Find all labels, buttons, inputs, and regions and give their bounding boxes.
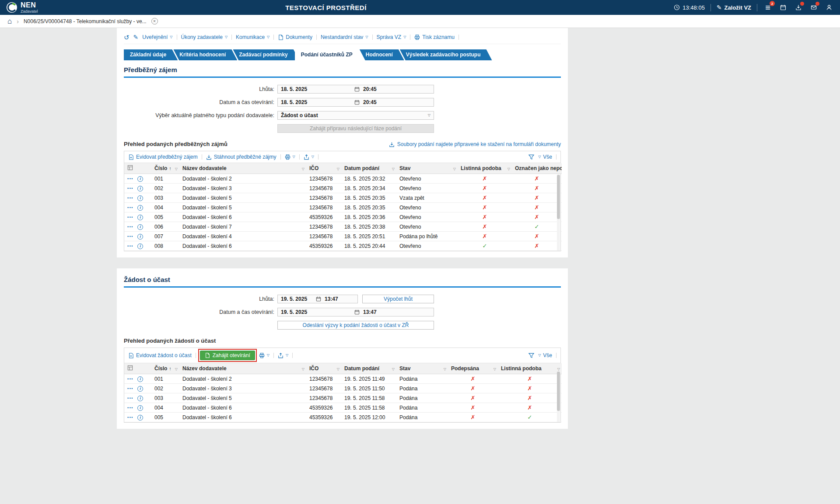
column-filter-icon[interactable] — [392, 365, 395, 372]
column-header-nepodany[interactable]: Označen jako nepodaný — [512, 163, 562, 174]
row-menu-icon[interactable] — [127, 406, 133, 410]
row-info-icon[interactable] — [137, 415, 143, 421]
row-menu-icon[interactable] — [127, 377, 133, 381]
calendar-button[interactable] — [778, 3, 788, 12]
zahajit-pripravu-button[interactable]: Zahájit přípravu následující fáze podání — [277, 124, 434, 133]
table-row[interactable]: 008 Dodavatel - školení 6 45359326 18. 5… — [124, 241, 562, 251]
breadcrumb-item[interactable]: N006/25/V00004748 - Telekomunikační služ… — [24, 18, 147, 24]
column-header-stav[interactable]: Stav — [396, 163, 458, 174]
row-menu-icon[interactable] — [127, 216, 133, 219]
tab-zakladni-udaje[interactable]: Základní údaje — [124, 49, 178, 60]
menu-tisk-zaznamu[interactable]: Tisk záznamu — [414, 34, 455, 40]
column-filter-icon[interactable] — [453, 165, 456, 171]
row-info-icon[interactable] — [137, 405, 143, 411]
row-info-icon[interactable] — [137, 386, 143, 392]
table-row[interactable]: 006 Dodavatel - školení 7 12345678 18. 5… — [124, 222, 562, 232]
column-header-datum[interactable]: Datum podání — [341, 163, 396, 174]
table-row[interactable]: 003 Dodavatel - školení 5 12345678 19. 5… — [124, 393, 562, 403]
column-header-stav[interactable]: Stav — [396, 363, 448, 374]
downloads-button[interactable] — [794, 3, 803, 12]
row-info-icon[interactable] — [137, 195, 143, 201]
column-filter-icon[interactable] — [557, 365, 560, 372]
messages-button[interactable] — [809, 3, 819, 12]
column-filter-icon[interactable] — [508, 165, 510, 171]
row-menu-icon[interactable] — [127, 187, 133, 191]
menu-button[interactable]: 2 — [763, 3, 773, 12]
print-grid-button[interactable] — [259, 353, 270, 358]
table-row[interactable]: 003 Dodavatel - školení 5 12345678 18. 5… — [124, 193, 562, 203]
row-info-icon[interactable] — [137, 234, 143, 240]
column-filter-icon[interactable] — [175, 365, 178, 372]
row-menu-icon[interactable] — [127, 177, 133, 181]
column-filter-icon[interactable] — [337, 165, 340, 171]
odeslani-vyzvy-button[interactable]: Odeslání výzvy k podání žádosti o účast … — [277, 321, 434, 330]
grid-settings-header[interactable] — [124, 163, 151, 174]
row-menu-icon[interactable] — [127, 235, 133, 239]
column-filter-icon[interactable] — [337, 365, 340, 372]
calendar-icon[interactable] — [316, 296, 321, 302]
grid-settings-header[interactable] — [124, 363, 151, 374]
column-header-ico[interactable]: IČO — [306, 163, 341, 174]
table-row[interactable]: 007 Dodavatel - školení 4 12345678 18. 5… — [124, 232, 562, 241]
table-row[interactable]: 001 Dodavatel - školení 2 12345678 18. 5… — [124, 174, 562, 184]
scrollbar-thumb[interactable] — [557, 175, 560, 219]
column-filter-icon[interactable] — [302, 165, 304, 171]
scrollbar-thumb[interactable] — [557, 372, 560, 411]
tab-hodnoceni[interactable]: Hodnocení — [360, 49, 404, 60]
filter-button[interactable] — [528, 154, 534, 160]
table-row[interactable]: 001 Dodavatel - školení 2 12345678 19. 5… — [124, 374, 562, 384]
tab-vysledek[interactable]: Výsledek zadávacího postupu — [400, 49, 492, 60]
row-info-icon[interactable] — [137, 205, 143, 211]
zahajit-otevirani-button[interactable]: Zahájit otevírání — [200, 351, 255, 360]
column-header-listinna[interactable]: Listinná podoba — [458, 163, 512, 174]
row-info-icon[interactable] — [137, 243, 143, 249]
tab-kriteria-hodnoceni[interactable]: Kritéria hodnocení — [173, 49, 237, 60]
row-menu-icon[interactable] — [127, 387, 133, 391]
table-row[interactable]: 005 Dodavatel - školení 6 45359326 19. 5… — [124, 413, 562, 422]
files-download-link[interactable]: Soubory podání najdete připravené ke sta… — [389, 141, 561, 147]
table-row[interactable]: 002 Dodavatel - školení 3 12345678 18. 5… — [124, 184, 562, 193]
export-grid-button[interactable] — [304, 154, 314, 160]
calendar-icon[interactable] — [354, 100, 360, 105]
column-filter-icon[interactable] — [302, 365, 304, 372]
print-grid-button[interactable] — [285, 154, 295, 160]
column-filter-icon[interactable] — [175, 165, 178, 171]
history-icon[interactable] — [124, 34, 130, 41]
calendar-icon[interactable] — [354, 309, 360, 315]
typ-podani-select[interactable]: Žádost o účast — [277, 111, 434, 120]
menu-ukony-zadavatele[interactable]: Úkony zadavatele — [181, 34, 228, 40]
calendar-icon[interactable] — [354, 87, 360, 92]
oteviraní-field[interactable]: 18. 5. 2025 20:45 — [277, 98, 434, 107]
tab-podani-ucastniku-zp[interactable]: Podání účastníků ZP — [295, 49, 364, 60]
column-filter-icon[interactable] — [444, 365, 446, 372]
row-menu-icon[interactable] — [127, 206, 133, 210]
menu-komunikace[interactable]: Komunikace — [236, 34, 270, 40]
row-info-icon[interactable] — [137, 396, 143, 401]
export-grid-button[interactable] — [278, 353, 288, 358]
tab-zadavaci-podminky[interactable]: Zadávací podmínky — [233, 49, 299, 60]
column-header-cislo[interactable]: Číslo — [151, 163, 179, 174]
row-info-icon[interactable] — [137, 215, 143, 220]
view-all-dropdown[interactable]: Vše — [538, 352, 552, 358]
table-scrollbar[interactable] — [557, 371, 560, 422]
stahnout-predbezne-zajmy-button[interactable]: Stáhnout předběžné zájmy — [206, 154, 276, 160]
menu-sprava-vz[interactable]: Správa VZ — [377, 34, 406, 40]
home-icon[interactable] — [7, 17, 12, 25]
view-all-dropdown[interactable]: Vše — [538, 154, 552, 160]
column-filter-icon[interactable] — [392, 165, 395, 171]
table-scrollbar[interactable] — [557, 174, 560, 250]
column-header-cislo[interactable]: Číslo — [151, 363, 179, 374]
create-vz-button[interactable]: Založit VZ — [717, 4, 751, 11]
row-menu-icon[interactable] — [127, 396, 133, 400]
row-info-icon[interactable] — [137, 376, 143, 382]
column-filter-icon[interactable] — [494, 365, 496, 372]
menu-nestandardni-stav[interactable]: Nestandardní stav — [321, 34, 368, 40]
lhuta-field[interactable]: 18. 5. 2025 20:45 — [277, 85, 434, 94]
filter-button[interactable] — [528, 353, 534, 358]
oteviraní-field[interactable]: 19. 5. 2025 13:47 — [277, 308, 434, 316]
row-menu-icon[interactable] — [127, 244, 133, 248]
row-menu-icon[interactable] — [127, 225, 133, 229]
table-row[interactable]: 004 Dodavatel - školení 6 45359326 19. 5… — [124, 403, 562, 413]
vypocet-lhut-button[interactable]: Výpočet lhůt — [362, 295, 434, 303]
profile-button[interactable] — [824, 3, 834, 12]
